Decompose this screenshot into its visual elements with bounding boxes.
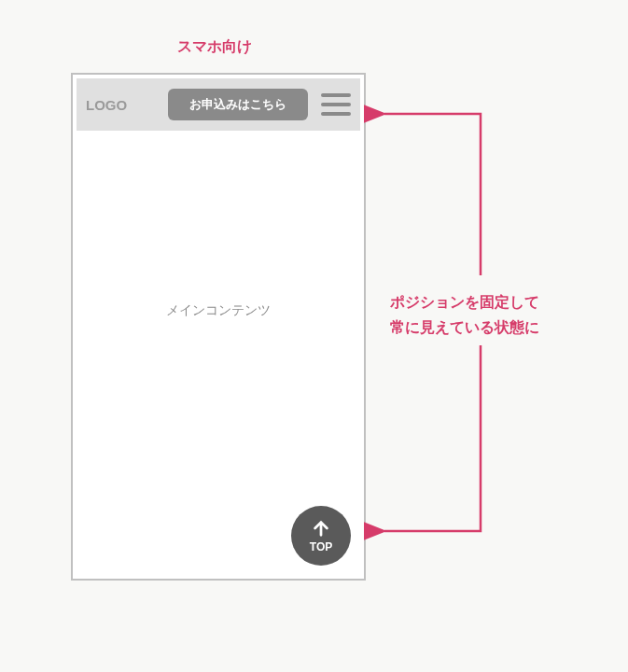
annotation-line-2: 常に見えている状態に xyxy=(390,315,539,340)
apply-cta-button[interactable]: お申込みはこちら xyxy=(168,89,308,120)
annotation-text: ポジションを固定して 常に見えている状態に xyxy=(390,289,539,340)
annotation-line-1: ポジションを固定して xyxy=(390,289,539,315)
fixed-header: LOGO お申込みはこちら xyxy=(77,78,360,131)
scroll-to-top-button[interactable]: TOP xyxy=(291,506,351,566)
logo[interactable]: LOGO xyxy=(86,97,160,113)
phone-screen: LOGO お申込みはこちら メインコンテンツ TOP xyxy=(77,78,360,575)
phone-mockup-frame: LOGO お申込みはこちら メインコンテンツ TOP xyxy=(71,73,366,581)
top-button-label: TOP xyxy=(310,540,332,553)
arrow-up-icon xyxy=(311,518,331,539)
main-content-placeholder: メインコンテンツ xyxy=(77,302,360,319)
hamburger-menu-icon[interactable] xyxy=(321,90,351,119)
diagram-title: スマホ向け xyxy=(177,37,252,57)
